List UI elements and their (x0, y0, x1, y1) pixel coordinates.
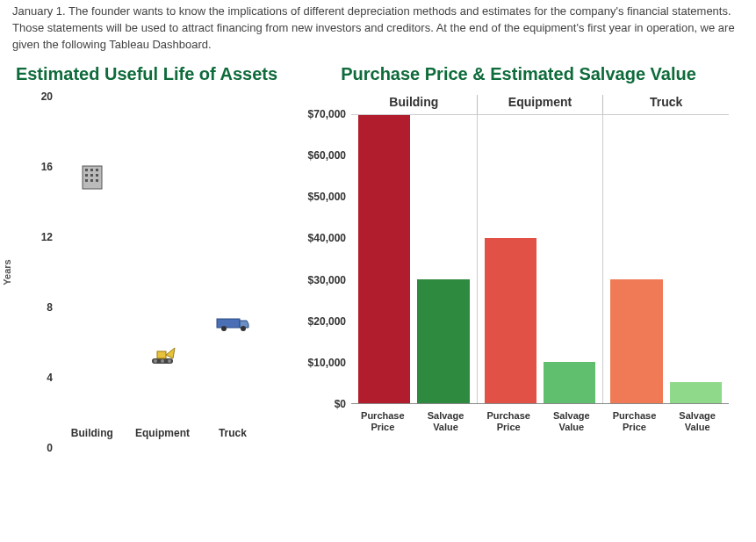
svg-rect-3 (96, 169, 98, 171)
svg-rect-7 (85, 179, 88, 182)
building-marker-icon (81, 164, 104, 191)
svg-point-12 (154, 359, 157, 363)
bar-building-purchase (358, 115, 410, 403)
y-axis-label: Years (2, 259, 12, 285)
svg-rect-4 (85, 174, 88, 177)
svg-rect-11 (157, 351, 166, 358)
bar-y-tick: $0 (290, 398, 346, 410)
svg-rect-9 (96, 179, 98, 182)
bar-x-label: Purchase Price (477, 407, 540, 433)
bar-headers: Building Equipment Truck (351, 95, 729, 114)
svg-rect-2 (90, 169, 93, 171)
bar-header: Truck (602, 95, 729, 114)
bar-plot-wrap: Building Equipment Truck $70,000 $60,000… (290, 95, 729, 473)
y-tick: 4 (18, 372, 53, 384)
svg-point-17 (241, 326, 246, 331)
useful-life-title: Estimated Useful Life of Assets (9, 62, 284, 90)
y-tick: 8 (18, 301, 53, 314)
bar-y-tick: $50,000 (290, 191, 346, 203)
scatter-plot: Years 20 16 12 8 4 0 (18, 97, 281, 448)
bar-x-labels: Purchase Price Salvage Value Purchase Pr… (351, 407, 729, 433)
svg-rect-5 (90, 174, 93, 177)
bar-x-label: Purchase Price (351, 407, 414, 433)
bar-building-salvage (417, 279, 469, 403)
bar-x-label: Salvage Value (414, 407, 478, 433)
y-tick: 12 (18, 231, 53, 243)
plot-area: Building Equipment Truck (57, 97, 268, 422)
equipment-marker-icon (148, 346, 176, 367)
bar-x-label: Salvage Value (540, 407, 603, 433)
bar-group-building (351, 115, 477, 403)
bar-equipment-salvage (544, 362, 595, 403)
svg-rect-15 (217, 319, 240, 328)
intro-text: January 1. The founder wants to know the… (0, 0, 756, 55)
bar-y-tick: $40,000 (290, 232, 346, 244)
bar-x-label: Purchase Price (603, 407, 666, 433)
bar-group-truck (602, 115, 729, 403)
bar-y-tick: $10,000 (290, 357, 346, 369)
bar-equipment-purchase (485, 238, 536, 402)
bar-x-label: Salvage Value (666, 407, 729, 433)
x-category: Building (71, 427, 113, 439)
svg-rect-8 (90, 179, 93, 182)
svg-point-16 (221, 326, 227, 331)
truck-marker-icon (215, 315, 250, 333)
bar-header: Equipment (477, 95, 603, 114)
bar-truck-salvage (670, 382, 722, 402)
svg-point-13 (161, 359, 164, 363)
x-category: Truck (219, 427, 247, 439)
bar-plot (351, 114, 729, 404)
bar-y-tick: $20,000 (290, 315, 346, 328)
bar-header: Building (351, 95, 477, 114)
bar-y-tick: $60,000 (290, 149, 346, 162)
svg-rect-6 (96, 174, 98, 177)
svg-point-14 (168, 359, 171, 363)
bar-group-equipment (477, 115, 603, 403)
price-salvage-chart: Purchase Price & Estimated Salvage Value… (290, 62, 747, 473)
bar-y-tick: $70,000 (290, 108, 346, 120)
y-tick: 0 (18, 442, 53, 454)
y-tick: 20 (18, 90, 53, 103)
svg-rect-1 (85, 169, 88, 171)
useful-life-chart: Estimated Useful Life of Assets Years 20… (9, 62, 290, 473)
dashboard: Estimated Useful Life of Assets Years 20… (0, 55, 756, 473)
bar-y-tick: $30,000 (290, 274, 346, 286)
y-tick: 16 (18, 161, 53, 173)
x-category: Equipment (135, 427, 190, 439)
bar-truck-purchase (610, 279, 662, 403)
price-salvage-title: Purchase Price & Estimated Salvage Value (290, 62, 747, 90)
